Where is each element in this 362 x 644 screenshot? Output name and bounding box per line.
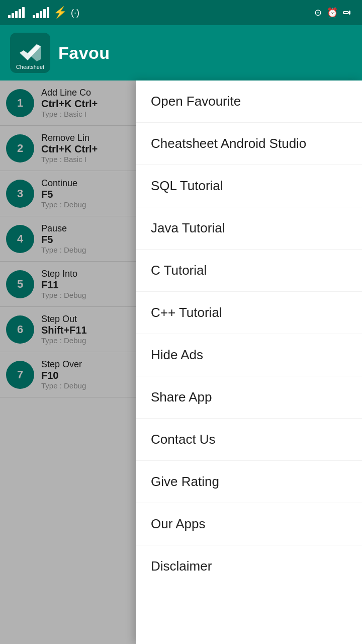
logo-label: Cheatsheet [16, 64, 44, 70]
app-bar-title: Favou [58, 43, 110, 63]
dropdown-item[interactable]: Java Tutorial [136, 207, 362, 250]
status-left: ⚡ (·) [8, 6, 79, 19]
dropdown-item[interactable]: C++ Tutorial [136, 292, 362, 334]
status-right: ⊙ ⏰ [314, 7, 354, 18]
dropdown-item[interactable]: Give Rating [136, 461, 362, 503]
main-content: 1 Add Line Co Ctrl+K Ctrl+ Type : Basic … [0, 80, 362, 644]
battery-indicator [343, 11, 349, 14]
app-bar: Cheatsheet Favou [0, 25, 362, 80]
app-logo: Cheatsheet [10, 33, 50, 73]
app-logo-icon [18, 40, 43, 65]
hotspot-icon: ⊙ [314, 7, 322, 18]
dropdown-item[interactable]: Open Favourite [136, 80, 362, 123]
wireless-icon: (·) [71, 8, 79, 18]
dropdown-item[interactable]: Our Apps [136, 503, 362, 545]
dropdown-item[interactable]: Hide Ads [136, 334, 362, 376]
dropdown-item[interactable]: Disclaimer [136, 545, 362, 587]
dropdown-item[interactable]: Cheatsheet Android Studio [136, 123, 362, 165]
alarm-icon: ⏰ [327, 7, 338, 18]
dropdown-item[interactable]: Share App [136, 376, 362, 419]
signal-bars [8, 7, 25, 18]
usb-icon: ⚡ [53, 6, 67, 19]
dropdown-item[interactable]: Contact Us [136, 419, 362, 461]
signal-bars-2 [33, 7, 49, 18]
dropdown-menu: Open FavouriteCheatsheet Android StudioS… [136, 80, 362, 644]
dropdown-item[interactable]: SQL Tutorial [136, 165, 362, 207]
dropdown-item[interactable]: C Tutorial [136, 250, 362, 292]
status-bar: ⚡ (·) ⊙ ⏰ [0, 0, 362, 25]
